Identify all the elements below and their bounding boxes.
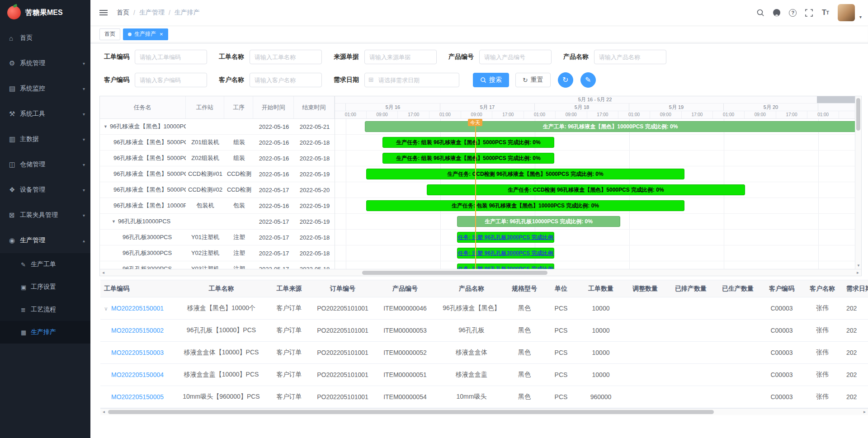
sidebar-item-system-tools[interactable]: ⚒ 系统工具 ▾	[0, 101, 90, 127]
sidebar-item-home[interactable]: ⌂ 首页	[0, 25, 90, 51]
sidebar-item-production[interactable]: ◉ 生产管理 ▴	[0, 228, 90, 253]
sidebar-item-warehouse[interactable]: ◫ 仓储管理 ▾	[0, 152, 90, 177]
help-icon[interactable]: ?	[787, 7, 799, 19]
gantt-vertical-scrollbar[interactable]: ▼	[855, 96, 861, 269]
today-marker-line	[475, 119, 476, 269]
table-horizontal-scrollbar[interactable]: ◄ ►	[100, 408, 868, 415]
gantt-task-row[interactable]: 96孔移液盒【黑色】10000PCS 包装机 包装 2022-05-16 202…	[100, 198, 335, 214]
scrollbar-thumb[interactable]	[856, 98, 860, 131]
scrollbar-thumb[interactable]	[362, 271, 547, 275]
work-order-link[interactable]: MO202205150001	[111, 305, 164, 312]
sidebar-item-work-order[interactable]: ✎ 生产工单	[0, 253, 90, 276]
chevron-down-icon: ▾	[83, 86, 85, 91]
work-orders-table: 工单编码 工单名称 工单来源 订单编号 产品编号 产品名称 规格型号 单位 工单…	[100, 280, 868, 408]
scrollbar-thumb[interactable]	[108, 410, 714, 414]
table-row[interactable]: MO202205150004 移液盒盒盖【10000】PCS 客户订单 PO20…	[100, 364, 868, 386]
gantt-task-row[interactable]: 96孔移液盒【黑色】5000PCS Z02组装机 组装 2022-05-16 2…	[100, 151, 335, 166]
expand-row-icon[interactable]: ∨	[104, 306, 111, 312]
scroll-right-icon[interactable]: ►	[861, 409, 868, 415]
edit-schedule-button[interactable]: ✎	[580, 72, 596, 88]
gantt-bar-task-selected[interactable]: 生产任务: 注塑 96孔孔板3000PCS 完成比例: 0%	[457, 264, 554, 269]
avatar-caret-icon[interactable]: ▾	[859, 14, 862, 19]
table-row[interactable]: MO202205150003 移液盒盒体【10000】PCS 客户订单 PO20…	[100, 342, 868, 364]
gantt-grid-body: ▼96孔移液盒【黑色】10000PCS 2022-05-16 2022-05-2…	[100, 119, 335, 269]
scroll-down-icon[interactable]: ▼	[855, 263, 862, 268]
sidebar-item-system-monit[interactable]: ▤ 系统监控 ▾	[0, 76, 90, 101]
work-order-link[interactable]: MO202205150004	[111, 371, 164, 378]
gantt-timeline: 5月 16 - 5月 22 5月 16 5月 17 5月 18 5月 19 5月…	[335, 96, 855, 269]
sidebar-item-equipment[interactable]: ❖ 设备管理 ▾	[0, 177, 90, 203]
gantt-bar-task[interactable]: 生产任务: 组装 96孔移液盒【黑色】5000PCS 完成比例: 0%	[382, 137, 554, 148]
close-icon[interactable]: ×	[160, 31, 163, 37]
gantt-task-row[interactable]: 96孔移液盒【黑色】5000PCS CCD检测#02 CCD检测 2022-05…	[100, 182, 335, 198]
monitor-icon: ▤	[9, 85, 20, 93]
gantt-task-row[interactable]: 96孔移液盒【黑色】5000PCS Z01组装机 组装 2022-05-16 2…	[100, 135, 335, 151]
breadcrumb-home[interactable]: 首页	[117, 9, 129, 17]
customer-name-input[interactable]	[250, 73, 322, 87]
gantt-task-row[interactable]: ▼96孔移液盒【黑色】10000PCS 2022-05-16 2022-05-2…	[100, 119, 335, 135]
navbar-actions: ? TT ▾	[755, 4, 862, 21]
work-order-code-input[interactable]	[135, 50, 207, 64]
tag-home[interactable]: 首页	[99, 28, 120, 40]
device-icon: ❖	[9, 186, 20, 194]
customer-code-input[interactable]	[135, 73, 207, 87]
scroll-left-icon[interactable]: ◄	[100, 409, 107, 415]
work-order-link[interactable]: MO202205150002	[111, 327, 164, 334]
avatar[interactable]	[838, 4, 855, 21]
scroll-right-icon[interactable]: ►	[854, 269, 861, 276]
sidebar-item-process-flow[interactable]: ≣ 工艺流程	[0, 298, 90, 321]
search-button[interactable]: 搜索	[473, 73, 509, 87]
gantt-bar-task-selected[interactable]: 生产任务: 注塑 96孔孔板3000PCS 完成比例: 0%	[457, 248, 554, 259]
gantt-task-row[interactable]: 96孔移液盒【黑色】5000PCS CCD检测#01 CCD检测 2022-05…	[100, 166, 335, 182]
chevron-down-icon: ▾	[83, 61, 85, 66]
fullscreen-icon[interactable]	[803, 7, 815, 19]
tag-scheduling[interactable]: 生产排产 ×	[123, 28, 168, 40]
hamburger-icon[interactable]	[98, 8, 109, 17]
gantt-task-row[interactable]: 96孔孔板3000PCS Y01注塑机 注塑 2022-05-17 2022-0…	[100, 230, 335, 245]
work-order-name-input[interactable]	[250, 50, 322, 64]
table-row[interactable]: ∨MO202205150001 移液盒【黑色】10000个 客户订单 PO202…	[100, 297, 868, 320]
sidebar-item-process-setting[interactable]: ▣ 工序设置	[0, 276, 90, 298]
chevron-up-icon: ▴	[83, 238, 85, 243]
scrollbar-track[interactable]	[107, 269, 854, 276]
gantt-bar-task[interactable]: 生产任务: CCD检测 96孔移液盒【黑色】5000PCS 完成比例: 0%	[366, 169, 684, 179]
product-name-input[interactable]	[594, 50, 666, 64]
sidebar-item-master-data[interactable]: ▥ 主数据 ▾	[0, 127, 90, 152]
table-row[interactable]: MO202205150005 10mm吸头【960000】PCS 客户订单 PO…	[100, 386, 868, 408]
sidebar-item-scheduling[interactable]: ▦ 生产排产	[0, 321, 90, 344]
reset-button[interactable]: ↻ 重置	[515, 73, 551, 87]
search-icon[interactable]	[755, 7, 766, 19]
scroll-left-icon[interactable]: ◄	[100, 269, 107, 276]
source-doc-input[interactable]	[364, 50, 437, 64]
gantt-task-row[interactable]: ▼96孔孔板10000PCS 2022-05-17 2022-05-19	[100, 214, 335, 230]
work-orders-table-wrap: 工单编码 工单名称 工单来源 订单编号 产品编号 产品名称 规格型号 单位 工单…	[100, 280, 868, 408]
work-order-link[interactable]: MO202205150005	[111, 393, 164, 400]
gantt-bar-task[interactable]: 生产任务: CCD检测 96孔移液盒【黑色】5000PCS 完成比例: 0%	[427, 184, 745, 195]
sidebar-item-fixtures[interactable]: ⊠ 工装夹具管理 ▾	[0, 203, 90, 228]
gantt-bar-task-selected[interactable]: 生产任务: 注塑 96孔孔板3000PCS 完成比例: 0%	[457, 232, 554, 243]
gantt-task-row[interactable]: 96孔孔板3000PCS Y02注塑机 注塑 2022-05-17 2022-0…	[100, 245, 335, 261]
product-code-input[interactable]	[479, 50, 552, 64]
refresh-gantt-button[interactable]: ↻	[558, 72, 573, 88]
sidebar-menu: ⌂ 首页 ⚙ 系统管理 ▾ ▤ 系统监控 ▾ ⚒ 系统工具 ▾ ▥ 主数据 ▾	[0, 25, 90, 344]
sidebar-item-system-management[interactable]: ⚙ 系统管理 ▾	[0, 51, 90, 76]
table-row[interactable]: MO202205150002 96孔孔板【10000】PCS 客户订单 PO20…	[100, 320, 868, 342]
gantt-bar-task[interactable]: 生产任务: 包装 96孔移液盒【黑色】10000PCS 完成比例: 0%	[366, 200, 684, 211]
tree-collapse-icon[interactable]: ▼	[104, 124, 108, 129]
chevron-down-icon: ▾	[83, 112, 85, 117]
tags-view: 首页 生产排产 ×	[90, 25, 868, 43]
gantt-bar-work-order[interactable]: 生产工单: 96孔移液盒【黑色】10000PCS 完成比例: 0%	[365, 121, 855, 132]
tree-collapse-icon[interactable]: ▼	[112, 219, 116, 224]
gantt-task-row[interactable]: 96孔孔板3000PCS Y03注塑机 注塑 2022-05-17 2022-0…	[100, 261, 335, 269]
gantt-bar-work-order[interactable]: 生产工单: 96孔孔板10000PCS 完成比例: 0%	[457, 216, 620, 227]
demand-date-input[interactable]	[364, 73, 459, 87]
breadcrumb-production[interactable]: 生产管理	[139, 9, 165, 17]
work-order-link[interactable]: MO202205150003	[111, 349, 164, 356]
gantt-horizontal-scrollbar[interactable]: ◄ ►	[100, 269, 861, 276]
github-icon[interactable]	[771, 7, 783, 19]
gantt-chart-body: 生产工单: 96孔移液盒【黑色】10000PCS 完成比例: 0% 生产任务: …	[335, 119, 855, 269]
production-icon: ◉	[9, 236, 20, 245]
gantt-bar-task[interactable]: 生产任务: 组装 96孔移液盒【黑色】5000PCS 完成比例: 0%	[382, 153, 554, 164]
scrollbar-track[interactable]	[107, 409, 861, 415]
font-size-icon[interactable]: TT	[820, 7, 831, 19]
